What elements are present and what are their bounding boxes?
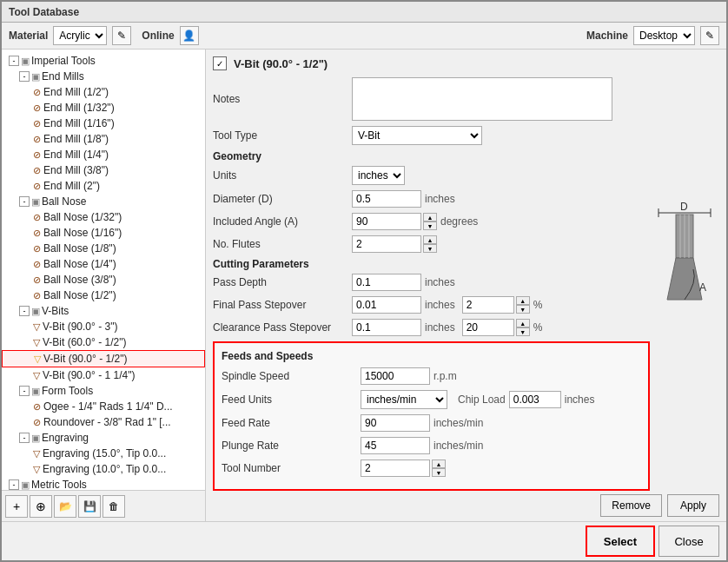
- tree-item-em-2[interactable]: ⊘ End Mill (2"): [2, 178, 205, 194]
- material-edit-icon[interactable]: ✎: [112, 26, 131, 45]
- tool-icon-bn-1-2: ⊘: [33, 290, 41, 301]
- final-stepover-row: Final Pass Stepover inches ▲ ▼ %: [213, 296, 650, 314]
- final-stepover-input[interactable]: [352, 296, 421, 314]
- new-tool-button[interactable]: +: [5, 495, 28, 518]
- folder-icon-engraving: ▣: [31, 433, 40, 444]
- tree-item-em-1-16[interactable]: ⊘ End Mill (1/16"): [2, 116, 205, 131]
- tree-item-formtools[interactable]: - ▣ Form Tools: [2, 383, 205, 399]
- chip-load-input[interactable]: [509, 391, 561, 408]
- angle-spin-down[interactable]: ▼: [423, 221, 437, 230]
- plunge-rate-label: Plunge Rate: [222, 440, 361, 452]
- flutes-input[interactable]: [352, 235, 421, 253]
- tree-item-vb-90-3[interactable]: ▽ V-Bit (90.0° - 3"): [2, 319, 205, 334]
- machine-edit-icon[interactable]: ✎: [700, 26, 719, 45]
- tree-item-em-1-4[interactable]: ⊘ End Mill (1/4"): [2, 147, 205, 162]
- expand-metric[interactable]: -: [9, 479, 19, 490]
- material-select[interactable]: Acrylic: [53, 26, 107, 45]
- tool-icon-roundover: ⊘: [33, 417, 41, 428]
- select-button[interactable]: Select: [586, 526, 655, 557]
- tree-item-em-1-2[interactable]: ⊘ End Mill (1/2"): [2, 84, 205, 100]
- toolbar: Material Acrylic ✎ Online 👤 Machine Desk…: [2, 23, 726, 50]
- notes-input[interactable]: [352, 77, 612, 121]
- tree-item-roundover[interactable]: ⊘ Roundover - 3/8" Rad 1" [...: [2, 414, 205, 430]
- tree-item-bn-1-8[interactable]: ⊘ Ball Nose (1/8"): [2, 241, 205, 256]
- tool-icon-em-1-8: ⊘: [33, 134, 41, 145]
- tool-type-row: Tool Type V-Bit: [213, 126, 650, 145]
- tree-item-vb-90-1-1-4[interactable]: ▽ V-Bit (90.0° - 1 1/4"): [2, 367, 205, 383]
- final-pct-spin-up[interactable]: ▲: [516, 296, 530, 305]
- tree-item-vb-60-1-2[interactable]: ▽ V-Bit (60.0° - 1/2"): [2, 334, 205, 350]
- remove-button[interactable]: Remove: [600, 494, 662, 517]
- angle-spin-up[interactable]: ▲: [423, 213, 437, 221]
- tree-item-bn-3-8[interactable]: ⊘ Ball Nose (3/8"): [2, 272, 205, 288]
- final-stepover-pct-input[interactable]: [462, 296, 514, 314]
- tree-item-endmills[interactable]: - ▣ End Mills: [2, 69, 205, 84]
- tree-item-vb-90-1-2[interactable]: ▽ V-Bit (90.0° - 1/2"): [2, 350, 205, 367]
- tree-item-eng-10[interactable]: ▽ Engraving (10.0°, Tip 0.0...: [2, 461, 205, 477]
- tree-item-engraving[interactable]: - ▣ Engraving: [2, 430, 205, 446]
- tool-database-window: Tool Database Material Acrylic ✎ Online …: [0, 0, 728, 562]
- tree-item-bn-1-4[interactable]: ⊘ Ball Nose (1/4"): [2, 256, 205, 272]
- close-button[interactable]: Close: [659, 526, 719, 557]
- angle-input[interactable]: [352, 213, 421, 230]
- tree-item-bn-1-2[interactable]: ⊘ Ball Nose (1/2"): [2, 288, 205, 303]
- tree-item-eng-15[interactable]: ▽ Engraving (15.0°, Tip 0.0...: [2, 446, 205, 461]
- diameter-row: Diameter (D) inches: [213, 190, 650, 208]
- units-select[interactable]: inches: [352, 166, 405, 185]
- folder-icon-vbits: ▣: [31, 306, 40, 317]
- tree-item-bn-1-32[interactable]: ⊘ Ball Nose (1/32"): [2, 209, 205, 225]
- copy-tool-button[interactable]: ⊕: [30, 495, 52, 518]
- clearance-pct-input[interactable]: [462, 319, 514, 336]
- clearance-pct-spin-up[interactable]: ▲: [516, 319, 530, 327]
- expand-endmills[interactable]: -: [19, 71, 30, 82]
- flutes-label: No. Flutes: [213, 238, 352, 250]
- expand-imperial[interactable]: -: [9, 56, 19, 66]
- pass-depth-input[interactable]: [352, 274, 421, 291]
- clearance-pct-spin-down[interactable]: ▼: [516, 327, 530, 336]
- machine-select[interactable]: Desktop: [633, 26, 695, 45]
- feed-rate-row: Feed Rate inches/min: [222, 414, 641, 432]
- feed-units-label: Feed Units: [222, 393, 361, 406]
- tool-icon-bn-1-4: ⊘: [33, 259, 41, 270]
- tree-item-metric[interactable]: - ▣ Metric Tools: [2, 477, 205, 490]
- apply-button[interactable]: Apply: [667, 494, 719, 517]
- clearance-stepover-unit: inches: [425, 321, 455, 334]
- flutes-spin-down[interactable]: ▼: [423, 244, 437, 253]
- window-title: Tool Database: [9, 6, 79, 18]
- clearance-stepover-input[interactable]: [352, 319, 421, 336]
- tree-item-em-1-32[interactable]: ⊘ End Mill (1/32"): [2, 100, 205, 116]
- tree-item-vbits[interactable]: - ▣ V-Bits: [2, 303, 205, 319]
- final-pct-spin-down[interactable]: ▼: [516, 305, 530, 314]
- feed-rate-input[interactable]: [361, 414, 430, 432]
- tree-item-bn-1-16[interactable]: ⊘ Ball Nose (1/16"): [2, 225, 205, 241]
- tool-icon-em-2: ⊘: [33, 181, 41, 192]
- spindle-input[interactable]: [361, 367, 430, 385]
- clearance-pct-unit: %: [533, 321, 543, 334]
- tool-enabled-checkbox[interactable]: ✓: [213, 56, 227, 70]
- diameter-input[interactable]: [352, 190, 421, 208]
- angle-spinner: ▲ ▼: [423, 213, 437, 230]
- online-person-icon[interactable]: 👤: [180, 26, 199, 45]
- expand-formtools[interactable]: -: [19, 386, 30, 396]
- tool-number-input[interactable]: [361, 460, 430, 477]
- expand-ballnose[interactable]: -: [19, 196, 30, 207]
- tree-item-em-3-8[interactable]: ⊘ End Mill (3/8"): [2, 162, 205, 178]
- tool-number-spinner: ▲ ▼: [432, 460, 446, 477]
- flutes-spin-up[interactable]: ▲: [423, 235, 437, 244]
- import-button[interactable]: 📂: [54, 495, 76, 518]
- tool-icon-ogee: ⊘: [33, 401, 41, 413]
- tree-item-imperial[interactable]: - ▣ Imperial Tools: [2, 53, 205, 69]
- expand-engraving[interactable]: -: [19, 433, 30, 443]
- tool-type-select[interactable]: V-Bit: [352, 126, 482, 145]
- tool-number-spin-down[interactable]: ▼: [432, 468, 446, 477]
- tool-number-spin-up[interactable]: ▲: [432, 460, 446, 468]
- expand-vbits[interactable]: -: [19, 306, 30, 316]
- plunge-rate-input[interactable]: [361, 437, 430, 454]
- tree-item-ogee[interactable]: ⊘ Ogee - 1/4" Rads 1 1/4" D...: [2, 399, 205, 414]
- delete-button[interactable]: 🗑: [103, 495, 125, 518]
- feed-units-select[interactable]: inches/min: [361, 390, 447, 409]
- save-button[interactable]: 💾: [78, 495, 101, 518]
- notes-row: Notes: [213, 77, 650, 121]
- tree-item-ballnose[interactable]: - ▣ Ball Nose: [2, 194, 205, 209]
- tree-item-em-1-8[interactable]: ⊘ End Mill (1/8"): [2, 131, 205, 147]
